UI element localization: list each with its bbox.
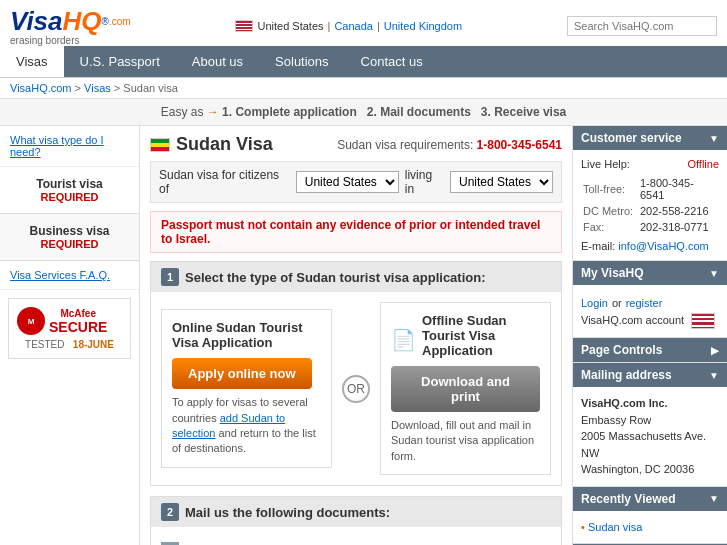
left-sidebar: What visa type do I need? Tourist visa R…	[0, 126, 140, 545]
logo-sub: erasing borders	[10, 35, 131, 46]
recently-viewed-body: Sudan visa	[573, 511, 727, 543]
steps-bar: Easy as → 1. Complete application 2. Mai…	[0, 99, 727, 126]
login-link[interactable]: Login	[581, 297, 608, 309]
breadcrumb-visas[interactable]: Visas	[84, 82, 111, 94]
us-flag-small-icon	[691, 313, 715, 329]
recent-item: Sudan visa	[581, 519, 719, 535]
page-controls-section: Page Controls ▶	[573, 338, 727, 363]
page-controls-header[interactable]: Page Controls ▶	[573, 338, 727, 362]
mailing-body: VisaHQ.com Inc. Embassy Row 2005 Massach…	[573, 387, 727, 486]
breadcrumb: VisaHQ.com > Visas > Sudan visa	[0, 78, 727, 99]
rv-arrow-icon: ▼	[709, 493, 719, 504]
document-list: a Original, signed United States passpor…	[161, 537, 551, 545]
apply-online-button[interactable]: Apply online now	[172, 358, 312, 389]
section-1-num: 1	[161, 268, 179, 286]
mailing-addr2: 2005 Massachusetts Ave. NW	[581, 428, 719, 461]
tourist-visa-label: Tourist visa	[6, 177, 133, 191]
section-2-num: 2	[161, 503, 179, 521]
register-link[interactable]: register	[626, 297, 663, 309]
email-row: E-mail: info@VisaHQ.com	[581, 240, 719, 252]
main-layout: What visa type do I need? Tourist visa R…	[0, 126, 727, 545]
header-top: VisaHQ®.com erasing borders United State…	[0, 0, 727, 46]
customer-service-section: Customer service ▼ Live Help: Offline To…	[573, 126, 727, 261]
mcafee-title: McAfee	[49, 308, 107, 319]
mailing-section: Mailing address ▼ VisaHQ.com Inc. Embass…	[573, 363, 727, 487]
my-visahq-section: My VisaHQ ▼ Login or register VisaHQ.com…	[573, 261, 727, 338]
nav-about[interactable]: About us	[176, 46, 259, 77]
main-nav: Visas U.S. Passport About us Solutions C…	[0, 46, 727, 77]
nav-passport[interactable]: U.S. Passport	[64, 46, 176, 77]
mailing-addr3: Washington, DC 20036	[581, 461, 719, 478]
steps-prefix: Easy as	[161, 105, 204, 119]
logo-visa-text: Visa	[10, 6, 63, 37]
step-2: 2. Mail documents	[367, 105, 471, 119]
section-2-header: 2 Mail us the following documents:	[151, 497, 561, 527]
mcafee-icon: M	[17, 307, 45, 335]
nav-visas[interactable]: Visas	[0, 46, 64, 77]
search-input[interactable]	[567, 16, 717, 36]
visa-req-phone: Sudan visa requirements: 1-800-345-6541	[337, 138, 562, 152]
section-1-body: Online Sudan Tourist Visa Application Ap…	[151, 292, 561, 485]
customer-service-header[interactable]: Customer service ▼	[573, 126, 727, 150]
steps-arrow: →	[207, 105, 219, 119]
cs-arrow-icon: ▼	[709, 133, 719, 144]
nav-contact[interactable]: Contact us	[345, 46, 439, 77]
tourist-visa-item[interactable]: Tourist visa REQUIRED	[0, 167, 139, 214]
toll-row: Toll-free: 1-800-345-6541	[583, 176, 717, 202]
business-visa-item[interactable]: Business visa REQUIRED	[0, 214, 139, 261]
mailing-header[interactable]: Mailing address ▼	[573, 363, 727, 387]
warning-box: Passport must not contain any evidence o…	[150, 211, 562, 253]
canada-link[interactable]: Canada	[334, 20, 373, 32]
logo-hq-text: HQ	[63, 6, 102, 37]
nav-solutions[interactable]: Solutions	[259, 46, 344, 77]
dc-row: DC Metro: 202-558-2216	[583, 204, 717, 218]
online-option: Online Sudan Tourist Visa Application Ap…	[161, 309, 332, 468]
customer-service-body: Live Help: Offline Toll-free: 1-800-345-…	[573, 150, 727, 260]
citizen-selector-row: Sudan visa for citizens of United States…	[150, 161, 562, 203]
visa-type-link[interactable]: What visa type do I need?	[0, 126, 139, 167]
download-print-button[interactable]: Download and print	[391, 366, 540, 412]
mcafee-secure-text: SECURE	[49, 319, 107, 335]
page-title-row: Sudan Visa Sudan visa requirements: 1-80…	[150, 134, 562, 155]
mail-arrow-icon: ▼	[709, 370, 719, 381]
offline-title: Offline Sudan Tourist Visa Application	[422, 313, 540, 358]
mcafee-secure-box: M McAfee SECURE TESTED 18-JUNE	[8, 298, 131, 359]
visa-faq-link[interactable]: Visa Services F.A.Q.	[0, 261, 139, 290]
live-help-status: Offline	[687, 158, 719, 170]
breadcrumb-current: Sudan visa	[123, 82, 177, 94]
visa-options: Online Sudan Tourist Visa Application Ap…	[161, 302, 551, 475]
sudan-flag-icon	[150, 138, 170, 152]
pc-arrow-icon: ▶	[711, 345, 719, 356]
online-title: Online Sudan Tourist Visa Application	[172, 320, 321, 350]
my-visahq-header[interactable]: My VisaHQ ▼	[573, 261, 727, 285]
pdf-icon: 📄	[391, 328, 416, 352]
tourist-visa-required: REQUIRED	[6, 191, 133, 203]
living-select[interactable]: United States	[450, 171, 553, 193]
section-2: 2 Mail us the following documents: a Ori…	[150, 496, 562, 545]
or-divider: OR	[342, 375, 370, 403]
mailing-addr1: Embassy Row	[581, 412, 719, 429]
page-title: Sudan Visa	[150, 134, 273, 155]
section-2-body: a Original, signed United States passpor…	[151, 527, 561, 545]
offline-option: 📄 Offline Sudan Tourist Visa Application…	[380, 302, 551, 475]
step-3: 3. Receive visa	[481, 105, 566, 119]
mcafee-date: 18-JUNE	[73, 339, 114, 350]
my-visahq-body: Login or register VisaHQ.com account	[573, 285, 727, 337]
recently-viewed-header[interactable]: Recently Viewed ▼	[573, 487, 727, 511]
uk-link[interactable]: United Kingdom	[384, 20, 462, 32]
step-1: 1. Complete application	[222, 105, 357, 119]
logo[interactable]: VisaHQ®.com	[10, 6, 131, 37]
breadcrumb-home[interactable]: VisaHQ.com	[10, 82, 72, 94]
us-country-link[interactable]: United States	[257, 20, 323, 32]
section-1-header: 1 Select the type of Sudan tourist visa …	[151, 262, 561, 292]
citizens-select[interactable]: United States	[296, 171, 399, 193]
email-link[interactable]: info@VisaHQ.com	[618, 240, 708, 252]
business-visa-required: REQUIRED	[6, 238, 133, 250]
header: VisaHQ®.com erasing borders United State…	[0, 0, 727, 78]
business-visa-label: Business visa	[6, 224, 133, 238]
offline-desc: Download, fill out and mail in Sudan tou…	[391, 418, 540, 464]
add-sudan-link[interactable]: add Sudan to selection	[172, 412, 285, 439]
section-1: 1 Select the type of Sudan tourist visa …	[150, 261, 562, 486]
recent-sudan-visa-link[interactable]: Sudan visa	[588, 521, 642, 533]
logo-area: VisaHQ®.com erasing borders	[10, 6, 131, 46]
